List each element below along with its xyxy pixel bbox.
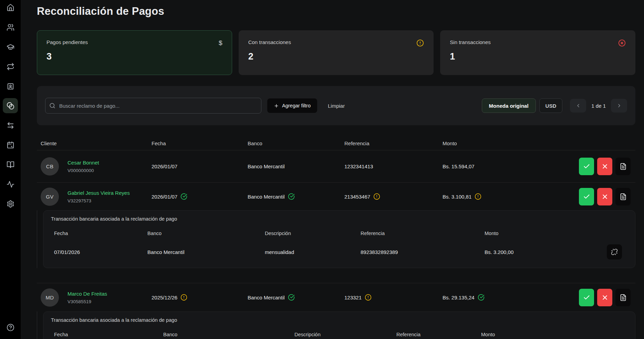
sidebar [0,0,21,339]
help-circle-icon [7,324,14,331]
unlink-transaction-button[interactable] [607,244,622,259]
reference-value: 1232341413 [344,163,373,169]
sub-column-banco: Banco [147,231,265,236]
page-indicator: 1 de 1 [591,103,606,109]
sidebar-item-transfers[interactable] [3,118,18,133]
client-id: V000000000 [67,168,99,173]
sidebar-item-settings[interactable] [3,196,18,211]
home-icon [7,4,14,12]
alert-circle-icon [416,39,424,47]
stat-label: Pagos pendientes [46,39,88,45]
column-header-banco: Banco [248,140,344,146]
calendar-icon [7,141,14,149]
prev-page-button[interactable] [570,99,586,113]
reference-value: 213453467 [344,194,370,200]
table-row: CB Cesar Bonnet V000000000 2026/01/07 Ba… [37,150,635,183]
sidebar-item-contacts[interactable] [3,78,18,94]
unlink-icon [611,248,618,255]
client-name-link[interactable]: Marco De Freitas [67,291,107,297]
check-icon [583,193,590,200]
sub-column-fecha: Fecha [54,231,147,236]
client-name-link[interactable]: Gabriel Jesus Vieira Reyes [67,190,130,196]
reject-button[interactable] [597,188,612,205]
search-input[interactable] [45,98,261,114]
stat-label: Sin transacciones [450,39,490,45]
stat-card-without-transactions[interactable]: Sin transacciones 1 [440,30,635,75]
transaction-panel: Transacción bancaria asociada a la recla… [37,210,635,268]
transaction-panel-title: Transacción bancaria asociada a la recla… [51,317,627,323]
sub-column-monto: Monto [481,332,607,337]
column-header-fecha: Fecha [152,140,248,146]
amount-value: Bs. 29.135,24 [443,295,475,300]
client-id: V32297573 [67,198,130,203]
stat-cards: Pagos pendientes $ 3 Con transacciones 2… [37,30,635,75]
approve-button[interactable] [579,158,594,175]
arrows-left-right-icon [7,121,14,129]
date-value: 2026/01/07 [152,194,177,200]
column-header-monto: Monto [443,140,579,146]
document-button[interactable] [615,289,631,306]
dollar-icon: $ [219,39,222,47]
column-header-referencia: Referencia [344,140,443,146]
bank-value: Banco Mercantil [248,295,285,300]
approve-button[interactable] [579,289,594,306]
reject-button[interactable] [597,158,612,175]
main-content: Reconciliación de Pagos Pagos pendientes… [21,0,644,339]
users-icon [7,23,14,31]
column-header-cliente: Cliente [41,140,152,146]
graduation-cap-icon [7,43,14,51]
document-button[interactable] [615,188,631,205]
sidebar-item-activity[interactable] [3,177,18,192]
add-filter-button[interactable]: Agregar filtro [267,98,317,113]
stat-card-with-transactions[interactable]: Con transacciones 2 [239,30,434,75]
reject-button[interactable] [597,289,612,306]
sidebar-item-sync[interactable] [3,59,18,74]
transaction-panel-title: Transacción bancaria asociada a la recla… [51,216,627,222]
sidebar-item-home[interactable] [3,0,18,15]
contact-card-icon [7,82,14,90]
bank-value: Banco Mercantil [248,194,285,200]
client-name-link[interactable]: Cesar Bonnet [67,160,99,166]
file-text-icon [620,163,627,170]
search-box [45,98,261,114]
transaction-date: 07/01/2026 [54,249,147,255]
currency-original-button[interactable]: Moneda original [482,98,536,113]
check-icon [583,294,590,301]
sidebar-item-calendar[interactable] [3,137,18,152]
page-title: Reconciliación de Pagos [37,0,635,18]
next-page-button[interactable] [611,99,627,113]
table-row: MD Marco De Freitas V30585519 2025/12/26… [37,283,635,311]
sub-column-referencia: Referencia [396,332,481,337]
sub-column-fecha: Fecha [54,332,163,337]
x-icon [601,193,609,200]
check-circle-icon [180,193,187,200]
file-text-icon [620,193,627,200]
sidebar-item-education[interactable] [3,39,18,54]
activity-icon [7,180,14,188]
stat-value: 3 [46,51,222,62]
transaction-row: 07/01/2026 Banco Mercantil mensualidad 8… [51,244,627,259]
x-icon [601,163,609,170]
clear-filters-link[interactable]: Limpiar [328,103,345,109]
transaction-bank: Banco Mercantil [147,249,265,255]
transaction-amount: Bs. 3.200,00 [485,249,607,255]
currency-usd-button[interactable]: USD [539,98,563,113]
sidebar-item-reconciliation[interactable] [3,98,18,113]
avatar: GV [41,188,59,206]
date-value: 2026/01/07 [152,163,177,169]
sidebar-item-documentation[interactable] [3,157,18,172]
sub-column-descripcion: Descripción [265,231,361,236]
sub-column-banco: Banco [163,332,294,337]
alert-circle-icon [475,193,481,200]
approve-button[interactable] [579,188,594,205]
sidebar-item-users[interactable] [3,20,18,35]
avatar: MD [41,288,59,307]
check-circle-icon [288,294,295,301]
document-button[interactable] [615,158,631,175]
stat-card-pending[interactable]: Pagos pendientes $ 3 [37,30,232,75]
table-row: GV Gabriel Jesus Vieira Reyes V32297573 … [37,183,635,210]
alert-circle-icon [365,294,372,301]
repeat-icon [7,63,14,71]
reference-value: 123321 [344,295,362,300]
sidebar-item-help[interactable] [3,320,18,335]
